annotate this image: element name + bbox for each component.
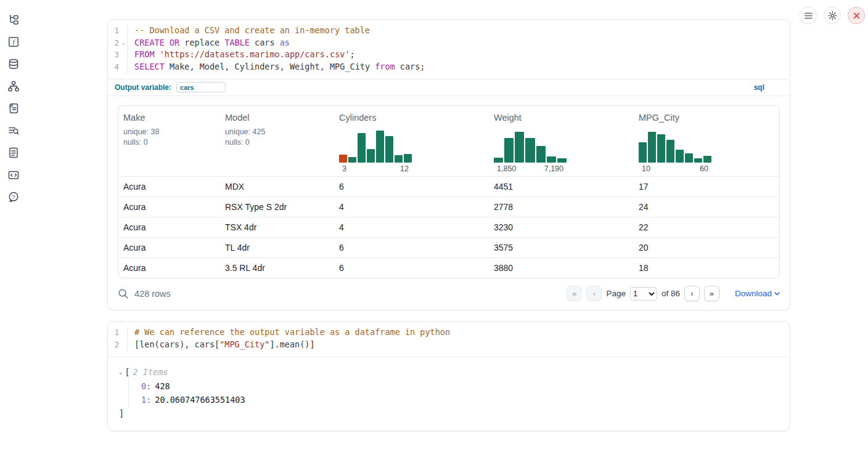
cell-cylinders: 4 xyxy=(334,217,489,237)
line-gutter: 2 xyxy=(108,339,128,351)
page-total-label: of 86 xyxy=(661,289,680,298)
column-header-make[interactable]: Make unique: 38 nulls: 0 xyxy=(118,106,220,177)
histogram-bars xyxy=(339,130,412,163)
code-text: -- Download a CSV and create an in-memor… xyxy=(128,25,370,37)
python-cell: 1 # We can reference the output variable… xyxy=(107,321,790,431)
code-line: 1 # We can reference the output variable… xyxy=(108,326,790,339)
item-index: 0: xyxy=(141,381,151,391)
chevron-down-icon xyxy=(774,292,780,296)
open-bracket: [ xyxy=(125,367,129,377)
page-label: Page xyxy=(606,289,626,298)
line-number: 1 xyxy=(108,25,120,37)
table-row: Acura TSX 4dr 4 3230 22 xyxy=(118,217,779,237)
output-variable-label: Output variable: xyxy=(115,83,171,92)
code-token: cars xyxy=(250,38,280,47)
cell-make: Acura xyxy=(118,176,220,196)
null-count: nulls: 0 xyxy=(123,137,215,148)
column-header-cylinders[interactable]: Cylinders 3 12 xyxy=(334,106,489,177)
item-value: 428 xyxy=(155,381,170,391)
line-number: 1 xyxy=(108,326,120,339)
axis-min-label: 3 xyxy=(342,164,346,173)
null-count: nulls: 0 xyxy=(225,137,329,148)
column-title: Model xyxy=(225,113,329,123)
item-index: 1: xyxy=(141,395,151,405)
code-token: ].mean()] xyxy=(269,339,314,349)
last-page-button[interactable]: » xyxy=(704,286,719,301)
file-explorer-icon[interactable] xyxy=(7,14,20,26)
code-token: [len(cars), cars[ xyxy=(134,339,219,349)
cylinders-histogram: 3 12 xyxy=(339,130,412,173)
histogram-bar xyxy=(547,156,556,163)
cell-weight: 3230 xyxy=(489,217,634,237)
histogram-bar xyxy=(703,156,711,163)
help-icon[interactable]: ? xyxy=(7,191,20,203)
column-title: Cylinders xyxy=(339,113,484,123)
datasources-icon[interactable] xyxy=(7,58,20,70)
next-page-button[interactable]: › xyxy=(684,286,700,301)
code-token xyxy=(155,49,160,59)
first-page-button[interactable]: « xyxy=(567,286,582,301)
line-gutter: 3 xyxy=(108,49,128,61)
histogram-bar xyxy=(504,138,514,163)
line-gutter: 4 xyxy=(108,61,128,73)
table-row: Acura 3.5 RL 4dr 6 3880 18 xyxy=(118,257,779,278)
code-token: "MPG_City" xyxy=(219,339,269,349)
documentation-icon[interactable] xyxy=(7,147,20,159)
cell-cylinders: 6 xyxy=(334,257,489,278)
code-token: 'https://datasets.marimo.app/cars.csv' xyxy=(160,49,350,59)
scratchpad-icon[interactable] xyxy=(7,102,20,115)
svg-text:f: f xyxy=(12,38,15,46)
cell-weight: 3575 xyxy=(489,237,634,257)
column-header-model[interactable]: Model unique: 425 nulls: 0 xyxy=(220,106,334,177)
histogram-bar xyxy=(666,140,674,163)
items-count: 2 Items xyxy=(133,367,168,377)
page-select[interactable]: 1 xyxy=(630,287,657,301)
code-text: CREATE OR replace TABLE cars as xyxy=(128,37,290,49)
column-title: MPG_City xyxy=(639,113,774,123)
cell-cylinders: 6 xyxy=(334,176,489,196)
shutdown-button[interactable] xyxy=(848,7,865,24)
dependency-graph-icon[interactable] xyxy=(7,80,20,92)
functions-icon[interactable]: f xyxy=(7,36,20,48)
collapse-chevron-icon[interactable]: ⌄ xyxy=(119,369,122,375)
cell-model: RSX Type S 2dr xyxy=(220,196,334,217)
sql-editor[interactable]: 1 -- Download a CSV and create an in-mem… xyxy=(108,20,790,79)
dataframe-table: Make unique: 38 nulls: 0 Model xyxy=(118,105,780,279)
snippets-icon[interactable] xyxy=(7,169,20,181)
menu-icon xyxy=(805,12,813,19)
cell-cylinders: 4 xyxy=(334,196,489,217)
topbar-controls xyxy=(800,7,865,24)
output-variable-input[interactable] xyxy=(176,82,226,92)
table-header-row: Make unique: 38 nulls: 0 Model xyxy=(118,106,779,177)
code-token: SELECT xyxy=(134,62,165,71)
unique-count: unique: 38 xyxy=(123,127,215,137)
table-footer: 428 rows « ‹ Page 1 of 86 › » Download xyxy=(108,278,790,310)
table-row: Acura RSX Type S 2dr 4 2778 24 xyxy=(118,196,779,217)
code-text: # We can reference the output variable a… xyxy=(128,326,450,339)
column-header-mpg-city[interactable]: MPG_City 10 60 xyxy=(634,106,779,177)
code-token: ; xyxy=(350,49,355,59)
cell-model: TL 4dr xyxy=(220,237,334,257)
line-number: 2 xyxy=(108,339,120,351)
python-editor[interactable]: 1 # We can reference the output variable… xyxy=(108,322,790,356)
list-item: 1:20.060747663551403 xyxy=(141,393,779,407)
histogram-bar xyxy=(557,158,567,163)
histogram-bar xyxy=(404,154,412,163)
menu-button[interactable] xyxy=(800,7,817,24)
svg-text:?: ? xyxy=(12,194,15,200)
code-token: # We can reference the output variable a… xyxy=(134,327,450,337)
weight-histogram: 1,850 7,190 xyxy=(494,130,567,173)
fold-chevron-icon[interactable]: ⌄ xyxy=(120,37,127,49)
list-item: 0:428 xyxy=(141,379,779,394)
prev-page-button[interactable]: ‹ xyxy=(586,286,602,301)
code-text: [len(cars), cars["MPG_City"].mean()] xyxy=(128,339,315,351)
code-line: 1 -- Download a CSV and create an in-mem… xyxy=(108,25,790,37)
search-button[interactable] xyxy=(118,288,129,299)
column-header-weight[interactable]: Weight 1,850 7,190 xyxy=(489,106,634,177)
cell-weight: 4451 xyxy=(489,176,634,196)
logs-icon[interactable] xyxy=(7,124,20,137)
histogram-bar xyxy=(385,136,393,163)
download-button[interactable]: Download xyxy=(735,289,780,298)
settings-button[interactable] xyxy=(824,7,841,24)
histogram-bar xyxy=(648,132,656,163)
